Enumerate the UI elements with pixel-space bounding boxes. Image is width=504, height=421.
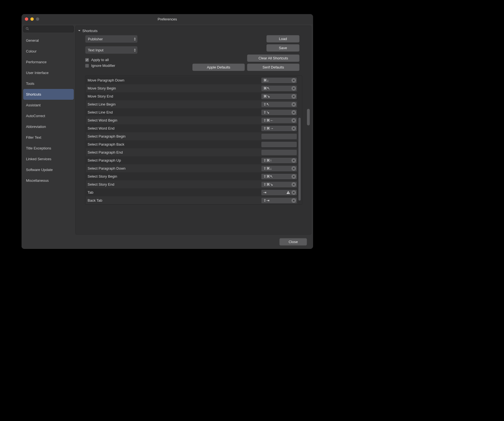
clear-shortcut-icon[interactable] xyxy=(292,198,296,203)
shortcut-keys: ⌘↓ xyxy=(263,78,290,82)
table-row[interactable]: Select Paragraph End xyxy=(86,148,298,156)
table-row[interactable]: Move Paragraph Down⌘↓ xyxy=(86,76,298,84)
controls-row: Publisher Text Input xyxy=(77,35,305,54)
sidebar-item-general[interactable]: General xyxy=(23,35,74,46)
dropdown-stack: Publisher Text Input xyxy=(85,35,138,54)
table-row[interactable]: Select Line End⇧↘ xyxy=(86,108,298,116)
sidebar-item-performance[interactable]: Performance xyxy=(23,57,74,67)
sidebar-item-assistant[interactable]: Assistant xyxy=(23,100,74,110)
shortcut-field[interactable]: ⇧⇥ xyxy=(261,198,297,204)
shortcut-keys: ⇧⌘↓ xyxy=(263,166,290,170)
table-row[interactable]: Move Story End⌘↘ xyxy=(86,92,298,100)
shortcut-field[interactable] xyxy=(261,141,297,148)
clear-shortcut-icon[interactable] xyxy=(292,118,296,123)
sidebar-item-colour[interactable]: Colour xyxy=(23,46,74,57)
svg-rect-1 xyxy=(288,193,288,193)
clear-shortcut-icon[interactable] xyxy=(292,102,296,107)
apple-defaults-button[interactable]: Apple Defaults xyxy=(192,64,245,71)
shortcut-field[interactable]: ⌘↘ xyxy=(261,93,297,99)
clear-shortcut-icon[interactable] xyxy=(292,174,296,179)
shortcut-field[interactable]: ⇧⌘→ xyxy=(261,125,297,131)
panel-scrollbar[interactable] xyxy=(306,29,311,231)
clear-shortcut-icon[interactable] xyxy=(292,86,296,91)
search-field[interactable] xyxy=(23,26,74,32)
sidebar-item-autocorrect[interactable]: AutoCorrect xyxy=(23,110,74,121)
sidebar-item-title-exceptions[interactable]: Title Exceptions xyxy=(23,143,74,154)
main-wrap: Shortcuts Publisher xyxy=(75,26,311,249)
save-button[interactable]: Save xyxy=(266,44,300,52)
shortcut-field[interactable] xyxy=(261,149,297,156)
shortcut-field[interactable]: ⇧⌘↑ xyxy=(261,157,297,164)
load-save-stack: Load Save xyxy=(266,35,300,52)
shortcut-label: Select Paragraph Begin xyxy=(88,134,261,138)
sidebar-item-miscellaneous[interactable]: Miscellaneous xyxy=(23,175,74,186)
shortcut-field[interactable]: ⇧↘ xyxy=(261,109,297,115)
shortcut-field[interactable]: ⇧⌘↓ xyxy=(261,165,297,172)
updown-chevron-icon xyxy=(134,49,136,52)
clear-shortcut-icon[interactable] xyxy=(292,78,296,83)
apply-to-all-checkbox[interactable] xyxy=(85,58,89,62)
sidebar-item-software-update[interactable]: Software Update xyxy=(23,164,74,175)
search-wrap xyxy=(22,24,75,34)
search-input[interactable] xyxy=(31,27,72,31)
svg-rect-0 xyxy=(288,192,288,193)
scrollbar-thumb[interactable] xyxy=(307,109,310,125)
shortcut-field[interactable]: ⇧⌘↘ xyxy=(261,181,297,188)
shortcut-field[interactable] xyxy=(261,133,297,140)
table-row[interactable]: Select Paragraph Up⇧⌘↑ xyxy=(86,156,298,164)
sidebar-item-abbreviation[interactable]: Abbreviation xyxy=(23,121,74,132)
shortcut-field[interactable]: ⇧⌘↖ xyxy=(261,173,297,180)
shortcut-keys: ⇥ xyxy=(263,190,285,194)
context-dropdown-value: Text Input xyxy=(88,48,103,52)
shortcut-field[interactable]: ⇧↖ xyxy=(261,101,297,107)
sidebar-item-filler-text[interactable]: Filler Text xyxy=(23,132,74,143)
clear-shortcut-icon[interactable] xyxy=(292,110,296,115)
clear-all-button[interactable]: Clear All Shortcuts xyxy=(247,54,300,62)
table-row[interactable]: Select Paragraph Down⇧⌘↓ xyxy=(86,164,298,172)
clear-shortcut-icon[interactable] xyxy=(292,94,296,99)
close-window-dot[interactable] xyxy=(25,17,28,21)
table-row[interactable]: Select Story Begin⇧⌘↖ xyxy=(86,172,298,180)
fullscreen-window-dot[interactable] xyxy=(36,17,39,21)
load-button[interactable]: Load xyxy=(266,35,300,43)
sidebar-item-shortcuts[interactable]: Shortcuts xyxy=(23,89,74,100)
context-dropdown[interactable]: Text Input xyxy=(85,46,138,54)
search-icon xyxy=(26,27,29,31)
shortcut-keys: ⇧⌘↖ xyxy=(263,174,290,178)
sidebar-item-linked-services[interactable]: Linked Services xyxy=(23,154,74,164)
sidebar-item-tools[interactable]: Tools xyxy=(23,78,74,89)
table-row[interactable]: Select Paragraph Back xyxy=(86,140,298,148)
shortcut-field[interactable]: ⌘↓ xyxy=(261,77,297,83)
clear-shortcut-icon[interactable] xyxy=(292,166,296,171)
shortcut-field[interactable]: ⇥ xyxy=(261,190,297,196)
ignore-modifier-label: Ignore Modifier xyxy=(91,64,115,68)
shortcut-field[interactable]: ⌘↖ xyxy=(261,85,297,91)
table-row[interactable]: Select Word End⇧⌘→ xyxy=(86,124,298,132)
close-button[interactable]: Close xyxy=(279,238,307,246)
clear-shortcut-icon[interactable] xyxy=(292,126,296,131)
shortcut-label: Select Word Begin xyxy=(88,118,261,122)
table-row[interactable]: Select Story End⇧⌘↘ xyxy=(86,180,298,188)
main-inner: Shortcuts Publisher xyxy=(77,29,306,231)
table-row[interactable]: Select Paragraph Begin xyxy=(86,132,298,140)
app-dropdown[interactable]: Publisher xyxy=(85,35,138,43)
minimize-window-dot[interactable] xyxy=(30,17,34,21)
main-panel: Shortcuts Publisher xyxy=(75,26,311,235)
serif-defaults-button[interactable]: Serif Defaults xyxy=(247,64,300,71)
section-header[interactable]: Shortcuts xyxy=(77,29,305,35)
shortcut-label: Move Paragraph Down xyxy=(88,78,261,82)
table-row[interactable]: Move Story Begin⌘↖ xyxy=(86,84,298,92)
table-row[interactable]: Select Line Begin⇧↖ xyxy=(86,100,298,108)
scrollbar-thumb[interactable] xyxy=(298,118,301,201)
table-row[interactable]: Select Word Begin⇧⌘← xyxy=(86,116,298,124)
shortcut-field[interactable]: ⇧⌘← xyxy=(261,117,297,123)
defaults-row: Apple Defaults Serif Defaults xyxy=(192,64,300,71)
sidebar-item-user-interface[interactable]: User Interface xyxy=(23,67,74,78)
shortcuts-scrollbar[interactable] xyxy=(298,76,301,204)
clear-shortcut-icon[interactable] xyxy=(292,182,296,187)
table-row[interactable]: Tab⇥ xyxy=(86,188,298,196)
table-row[interactable]: Back Tab⇧⇥ xyxy=(86,196,298,204)
ignore-modifier-checkbox[interactable] xyxy=(85,64,89,68)
clear-shortcut-icon[interactable] xyxy=(292,190,296,195)
clear-shortcut-icon[interactable] xyxy=(292,158,296,163)
